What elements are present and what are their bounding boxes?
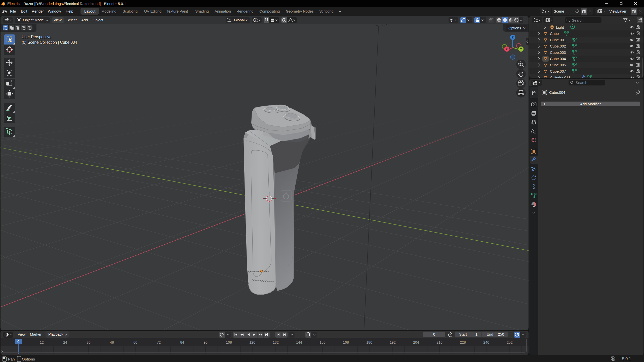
svg-text:Options: Options [22,357,35,361]
svg-text:84: 84 [180,340,184,344]
svg-text:0: 0 [17,340,19,344]
svg-text:Cube: Cube [550,31,559,36]
svg-text:144: 144 [296,340,302,344]
svg-text:36: 36 [87,340,91,344]
svg-text:60: 60 [133,340,137,344]
svg-text:180: 180 [366,340,372,344]
svg-text:5.0.1: 5.0.1 [622,357,631,361]
svg-text:Cube.005: Cube.005 [550,63,566,67]
svg-text:204: 204 [413,340,419,344]
svg-text:192: 192 [390,340,396,344]
svg-text:Pan: Pan [8,357,15,361]
svg-text:Z: Z [512,35,514,39]
svg-text:120: 120 [249,340,255,344]
svg-text:156: 156 [319,340,326,344]
svg-text:Cube.003: Cube.003 [550,50,566,55]
svg-text:Cube.001: Cube.001 [550,38,566,42]
svg-text:Cube.002: Cube.002 [550,44,566,48]
svg-text:Cube.004: Cube.004 [550,57,566,61]
svg-text:168: 168 [343,340,349,344]
svg-text:Light: Light [556,25,564,29]
svg-text:24: 24 [63,340,67,344]
svg-text:240: 240 [483,340,489,344]
svg-text:216: 216 [436,340,442,344]
svg-text:72: 72 [157,340,161,344]
svg-text:132: 132 [273,340,279,344]
svg-text:252: 252 [507,340,513,344]
svg-text:Y: Y [520,47,522,51]
svg-text:96: 96 [204,340,208,344]
svg-text:48: 48 [110,340,114,344]
svg-text:228: 228 [460,340,466,344]
svg-text:X: X [506,47,508,51]
svg-text:Cube.007: Cube.007 [550,69,566,73]
svg-text:Cylinder.013: Cylinder.013 [550,75,570,78]
svg-text:108: 108 [226,340,232,344]
svg-text:12: 12 [40,340,44,344]
